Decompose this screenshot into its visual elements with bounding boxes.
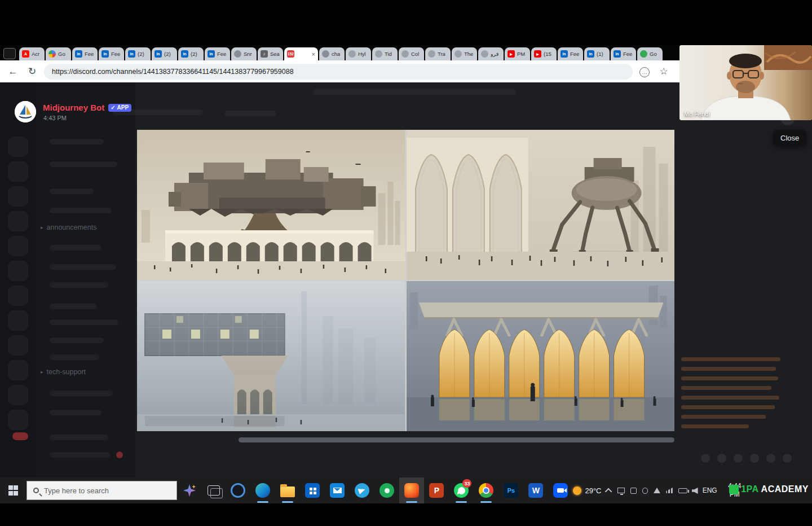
server-icon[interactable] (8, 360, 28, 380)
dimmed-channel[interactable] (50, 410, 102, 415)
display-tray-icon[interactable] (617, 488, 625, 493)
browser-tab[interactable]: AAcr (19, 47, 45, 60)
tab-label: (2) (164, 51, 171, 57)
dimmed-channel[interactable] (50, 391, 113, 396)
dimmed-channel[interactable] (50, 304, 97, 309)
browser-tab[interactable]: inFee (558, 47, 583, 60)
file-explorer-button[interactable] (275, 477, 300, 503)
dimmed-channel[interactable] (50, 189, 94, 194)
midjourney-image-bottom-left[interactable] (137, 281, 405, 431)
notification-dot (116, 452, 123, 458)
dimmed-channel[interactable] (50, 354, 99, 360)
back-icon[interactable]: ← (6, 66, 20, 77)
browser-tab[interactable]: The (452, 47, 477, 60)
taskbar-search-input[interactable]: Type here to search (27, 481, 177, 500)
green-app-button[interactable] (374, 477, 399, 503)
mail-button[interactable] (325, 477, 350, 503)
whatsapp-button[interactable]: 33 (449, 477, 474, 503)
browser-tab[interactable]: inFee (99, 47, 124, 60)
start-button[interactable] (0, 477, 27, 503)
channel-tech-support[interactable]: ▸ tech-support (41, 368, 86, 376)
server-icon[interactable] (8, 137, 28, 157)
midjourney-image-top-right[interactable] (407, 130, 675, 280)
extensions-icon[interactable]: … (637, 65, 652, 77)
tab-close-icon[interactable]: × (312, 51, 315, 58)
server-icon[interactable] (8, 186, 28, 207)
app-tray-icon[interactable] (630, 488, 637, 494)
midjourney-avatar[interactable] (15, 101, 36, 122)
telegram-button[interactable] (350, 477, 374, 503)
dimmed-channel[interactable] (50, 282, 108, 288)
dimmed-channel[interactable] (50, 435, 108, 440)
server-icon[interactable] (8, 286, 28, 306)
dimmed-channel[interactable] (50, 139, 104, 144)
youtube-favicon: ▶ (508, 50, 515, 58)
server-icon[interactable] (8, 161, 28, 182)
powerpoint-button[interactable]: P (424, 477, 449, 503)
browser-tab[interactable]: Go (46, 47, 71, 60)
browser-tab[interactable]: in(1) (584, 47, 610, 60)
server-icon[interactable] (8, 335, 28, 356)
telegram-icon (355, 483, 369, 498)
horizontal-scrollbar[interactable] (239, 437, 674, 442)
reload-icon[interactable]: ↻ (25, 65, 39, 77)
browser-tab[interactable]: Col (399, 47, 424, 60)
server-icon[interactable] (8, 310, 28, 331)
close-button[interactable]: Close (773, 130, 806, 146)
browser-tab[interactable]: Tra (425, 47, 451, 60)
photoshop-button[interactable]: Ps (498, 477, 523, 503)
dimmed-channel[interactable] (50, 161, 117, 167)
language-indicator[interactable]: ENG (703, 486, 717, 494)
midjourney-image-bottom-right[interactable] (407, 281, 675, 431)
bookmark-star-icon[interactable]: ☆ (656, 65, 671, 77)
browser-tab[interactable]: in(2) (178, 47, 204, 60)
sync-tray-icon[interactable] (642, 488, 648, 494)
task-view-button[interactable] (201, 477, 226, 503)
browser-tab[interactable]: ▶(15 (531, 47, 557, 60)
address-bar[interactable]: https://discord.com/channels/14413837783… (44, 64, 633, 80)
browser-tab[interactable]: inFee (205, 47, 230, 60)
server-icon[interactable] (8, 410, 28, 430)
browser-tab[interactable]: فرو (478, 47, 504, 60)
word-button[interactable]: W (523, 477, 548, 503)
update-tray-icon[interactable] (654, 488, 660, 493)
browser-tab[interactable]: inFee (611, 47, 636, 60)
browser-tab[interactable]: Tid (372, 47, 398, 60)
microsoft-store-button[interactable] (300, 477, 325, 503)
server-icon[interactable] (8, 236, 28, 256)
weather-widget[interactable]: 29°C (573, 486, 601, 495)
channel-announcements[interactable]: ▸ announcements (41, 223, 96, 231)
browser-tab[interactable]: Go (637, 47, 663, 60)
battery-icon[interactable] (678, 488, 687, 493)
tab-search-icon[interactable] (3, 48, 16, 59)
browser-tab[interactable]: in(2) (152, 47, 177, 60)
browser-tab[interactable]: ▶PM (505, 47, 530, 60)
browser-tab[interactable]: in(2) (125, 47, 151, 60)
server-icon[interactable] (8, 211, 28, 231)
zoom-button[interactable] (548, 477, 573, 503)
dimmed-channel[interactable] (50, 208, 112, 213)
browser-tab[interactable]: ♪Sea (258, 47, 283, 60)
dimmed-channel[interactable] (50, 337, 104, 343)
dimmed-channel[interactable] (50, 264, 116, 270)
browser-tab[interactable]: Hyl (346, 47, 371, 60)
midjourney-image-top-left[interactable] (137, 130, 405, 280)
volume-icon[interactable] (692, 487, 698, 493)
browser-tab[interactable]: Snr (231, 47, 257, 60)
bot-name[interactable]: Midjourney Bot (43, 103, 104, 112)
server-icon[interactable] (8, 385, 28, 405)
capture-app-button[interactable] (399, 477, 424, 503)
browser-tab[interactable]: cha (319, 47, 345, 60)
google-chrome-button[interactable] (474, 477, 498, 503)
dimmed-channel[interactable] (50, 245, 102, 251)
browser-tab-active[interactable]: 152× (284, 47, 318, 60)
show-hidden-icons-chevron[interactable] (605, 488, 612, 494)
microsoft-edge-button[interactable] (250, 477, 275, 503)
browser-ring-app-button[interactable] (226, 477, 250, 503)
copilot-button[interactable] (177, 477, 201, 503)
browser-tab[interactable]: inFee (72, 47, 98, 60)
server-icon[interactable] (8, 261, 28, 281)
network-icon[interactable] (666, 488, 672, 493)
dimmed-channel[interactable] (50, 319, 118, 325)
server-rail (0, 82, 36, 477)
